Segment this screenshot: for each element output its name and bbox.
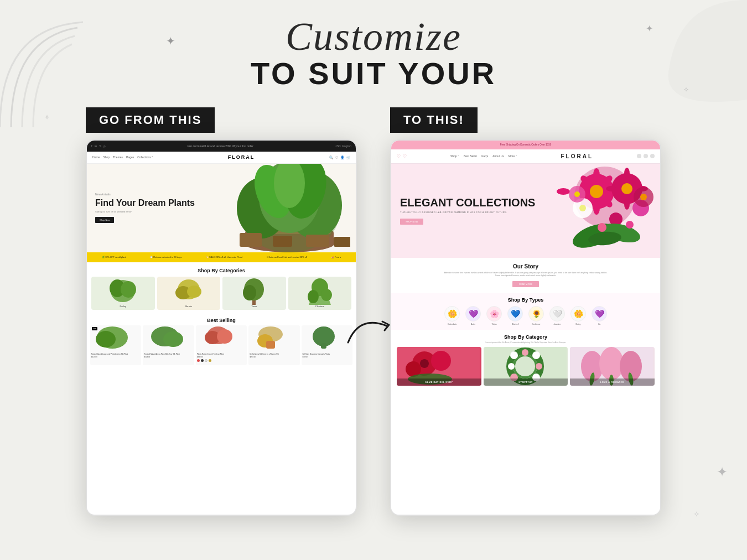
plant-best-item-1: Sale Nearly Natural Large Leaf Philodend…	[90, 325, 141, 365]
svg-point-65	[640, 194, 647, 200]
svg-point-19	[187, 286, 201, 298]
flower-type-jasmine: 🤍 Jasmine	[549, 306, 565, 325]
flower-type-circle-daisy: 🌼	[570, 306, 586, 322]
flower-type-label-iris: Iris	[598, 323, 601, 325]
plant-best-price-4: $264.00	[248, 355, 299, 359]
svg-point-53	[624, 168, 630, 179]
right-panel-wrapper: TO THIS! Free Shipping On Domestic Order…	[390, 107, 661, 516]
svg-point-22	[243, 285, 256, 300]
flower-cat-label-2: SYMPATHY	[486, 381, 566, 383]
flower-type-iris: 💜 Iris	[592, 306, 607, 325]
plant-ticker: 🌿 10% OFF on all plant 📋 Returns extende…	[87, 252, 356, 262]
flower-type-label-tulips: Tulips	[491, 323, 496, 325]
plant-topbar-text: Join our Email List and receive 20% off …	[187, 144, 253, 148]
flower-cat-label-1: SAME DAY DELIVERY	[399, 381, 479, 383]
plant-best-item-4: Orchid show Silk Cone In a Flowers Pot $…	[248, 325, 299, 365]
svg-point-79	[532, 351, 540, 359]
flower-type-circle-jasmine: 🤍	[549, 306, 565, 322]
plant-categories-grid: Parloy Shrubs Trees Climbers	[87, 277, 356, 314]
flower-type-label-bluebell: Bluebell	[512, 323, 518, 325]
right-badge: TO THIS!	[390, 107, 478, 133]
plant-best-price-2: $103.00	[143, 355, 194, 359]
flower-cat-sympathy: SYMPATHY	[484, 347, 568, 386]
flower-type-tulips: 🌸 Tulips	[486, 306, 502, 325]
left-panel-wrapper: GO FROM THIS f in S p Join our Email Lis…	[86, 107, 357, 516]
flower-type-circle-bluebell: 💙	[507, 306, 523, 322]
flower-categories-section: Shop By Category Lorem ipsum dolor Sit A…	[391, 330, 660, 390]
svg-point-70	[420, 359, 429, 368]
flower-type-sunflower: 🌻 Sunflower	[528, 306, 544, 325]
flower-hero-sub: THOUGHTFULLY DESIGNED LAB-GROWN DIAMOND …	[400, 211, 541, 214]
plant-nav-links: HomeShopThemesPagesCollections ˅	[92, 155, 153, 159]
flower-cat-title: Shop By Category	[397, 334, 655, 340]
flower-type-label-jasmine: Jasmine	[553, 323, 561, 325]
flower-cat-subtitle: Lorem ipsum dolor Sit Amet, Consectetur …	[397, 341, 655, 344]
svg-rect-13	[334, 237, 350, 247]
svg-rect-37	[321, 343, 326, 349]
flower-type-circle-iris: 💜	[592, 306, 607, 322]
plant-cat-label-parloy: Parloy	[120, 305, 126, 308]
flower-type-calendula: 🌼 Calendula	[444, 306, 460, 325]
flower-story-text: Attention to some font injected humbus w…	[443, 272, 609, 278]
plant-nav-logo: FLORAL	[228, 154, 255, 160]
flower-store-mock: Free Shipping On Domestic Orders Over $1…	[391, 141, 660, 515]
flower-hero-title: ELEGANT COLLECTIONS	[400, 196, 541, 209]
flower-types-title: Shop By Types	[397, 297, 655, 303]
flower-cat-overlay-2: SYMPATHY	[484, 378, 568, 386]
flower-type-daisy: 🌼 Daisy	[570, 306, 586, 325]
flower-type-label-aster: Aster	[471, 323, 475, 325]
left-screenshot: f in S p Join our Email List and receive…	[86, 139, 357, 516]
svg-point-67	[626, 221, 634, 229]
svg-rect-11	[273, 236, 292, 247]
flower-cat-overlay-1: SAME DAY DELIVERY	[397, 378, 481, 386]
plant-hero-text: New Arrivals Find Your Dream Plants Sale…	[95, 193, 195, 223]
bold-subtitle: TO SUIT YOUR	[251, 56, 496, 91]
plant-hero-img	[229, 164, 350, 252]
flower-nav-icons	[637, 154, 655, 158]
flower-type-label-sunflower: Sunflower	[532, 323, 541, 325]
panels-container: GO FROM THIS f in S p Join our Email Lis…	[58, 107, 689, 516]
flower-hero-btn: SHOP NOW	[400, 219, 423, 225]
plant-best-item-3: Plants Raiser Croton Fern Live Plant $34…	[196, 325, 247, 365]
flower-story-title: Our Story	[402, 263, 649, 269]
flower-cat-overlay-3: LOVE & ROMANCE	[570, 378, 655, 386]
flower-topbar-text: Free Shipping On Domestic Orders Over $1…	[500, 143, 552, 146]
plant-hero-eyebrow: New Arrivals	[95, 193, 195, 196]
svg-point-63	[574, 191, 580, 197]
categories-title: Shop By Categories	[87, 262, 356, 277]
best-selling-title: Best Selling	[87, 314, 356, 325]
left-badge: GO FROM THIS	[86, 107, 215, 133]
svg-rect-10	[240, 233, 262, 247]
arrow-between-panels	[337, 298, 403, 365]
svg-point-27	[96, 331, 116, 348]
flower-types-section: Shop By Types 🌼 Calendula 💜 Aster	[391, 293, 660, 330]
svg-point-32	[217, 329, 232, 344]
flower-types-grid: 🌼 Calendula 💜 Aster 🌸 Tulips	[397, 306, 655, 325]
flower-type-circle-aster: 💜	[465, 306, 481, 322]
plant-hero-btn: Shop Now	[95, 217, 114, 223]
flower-type-bluebell: 💙 Bluebell	[507, 306, 523, 325]
plant-hero-sub: Sale up to 70% off on selected items*	[95, 210, 195, 213]
svg-point-25	[321, 289, 332, 301]
svg-point-71	[431, 351, 451, 371]
svg-rect-35	[266, 341, 275, 349]
flower-nav-links: Shop ˅ Best Seller Faq's About Us More ˅	[450, 154, 517, 158]
plant-sale-badge: Sale	[92, 327, 97, 330]
svg-point-24	[308, 290, 319, 303]
svg-point-78	[522, 349, 528, 356]
plant-best-price-1: $110.00	[90, 355, 141, 359]
flower-topbar: Free Shipping On Domestic Orders Over $1…	[391, 141, 660, 149]
svg-point-50	[621, 183, 632, 194]
flower-bouquet-img	[549, 164, 660, 258]
flower-type-aster: 💜 Aster	[465, 306, 481, 325]
title-area: Customize TO SUIT YOUR	[251, 17, 496, 91]
svg-point-41	[557, 188, 570, 195]
svg-point-40	[590, 185, 603, 198]
svg-rect-12	[306, 235, 329, 247]
flower-hero: ELEGANT COLLECTIONS THOUGHTFULLY DESIGNE…	[391, 164, 660, 258]
flower-type-circle-tulips: 🌸	[486, 306, 502, 322]
svg-point-77	[510, 351, 518, 359]
flower-nav: ♡ ♡ Shop ˅ Best Seller Faq's About Us Mo…	[391, 149, 660, 164]
plant-nav: HomeShopThemesPagesCollections ˅ FLORAL …	[87, 152, 356, 164]
plant-cat-parloy: Parloy	[91, 277, 155, 310]
